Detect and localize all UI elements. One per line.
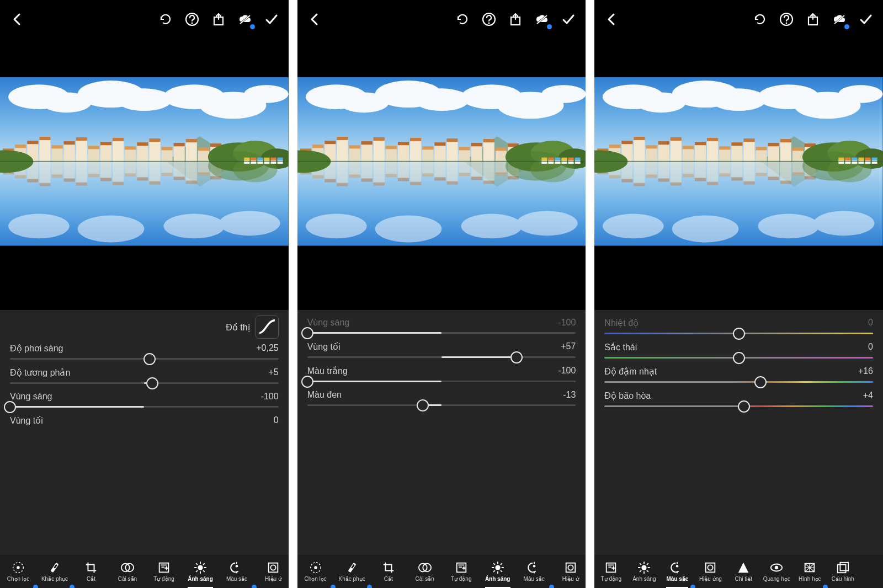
undo-icon[interactable]: [157, 11, 174, 28]
tab-optics[interactable]: Quang học: [760, 555, 793, 588]
tab-label: Chọn lọc: [7, 576, 29, 582]
slider-Vùng tối: Vùng tối 0: [10, 412, 279, 435]
undo-icon[interactable]: [752, 11, 768, 28]
svg-rect-46: [100, 142, 111, 145]
tab-presets[interactable]: Cài sẵn: [109, 555, 146, 588]
slider-thumb[interactable]: [301, 376, 313, 388]
slider-track[interactable]: [604, 381, 873, 383]
tab-detail[interactable]: Chi tiết: [727, 555, 760, 588]
svg-rect-143: [373, 137, 384, 141]
svg-rect-246: [658, 178, 669, 181]
slider-track[interactable]: [307, 404, 576, 406]
chevron-left-icon[interactable]: [603, 11, 620, 28]
tab-label: Màu sắc: [226, 576, 247, 582]
svg-rect-91: [244, 158, 249, 161]
tab-light[interactable]: Ánh sáng: [480, 555, 516, 588]
tab-crop[interactable]: Cắt: [73, 555, 109, 588]
slider-track[interactable]: [307, 381, 576, 382]
svg-rect-251: [683, 148, 694, 161]
cloud-sync-icon[interactable]: [237, 11, 253, 28]
svg-rect-53: [125, 149, 136, 161]
slider-track[interactable]: [10, 382, 279, 384]
tab-light[interactable]: Ánh sáng: [627, 555, 661, 588]
slider-label: Nhiệt độ: [604, 318, 639, 328]
svg-rect-265: [719, 162, 730, 174]
slider-value: -100: [558, 366, 576, 376]
help-circle-icon[interactable]: [481, 11, 497, 28]
check-icon[interactable]: [263, 11, 280, 28]
slider-thumb[interactable]: [510, 351, 523, 364]
svg-rect-268: [732, 142, 743, 146]
svg-point-221: [758, 213, 820, 238]
slider-track[interactable]: [604, 405, 873, 407]
undo-icon[interactable]: [454, 11, 471, 28]
cloud-sync-icon[interactable]: [534, 11, 550, 28]
photo-preview[interactable]: [594, 77, 883, 246]
tab-presets[interactable]: Cài sẵn: [407, 555, 443, 588]
slider-thumb[interactable]: [733, 328, 745, 340]
svg-rect-47: [100, 162, 111, 179]
tab-auto[interactable]: Tự động: [146, 555, 182, 588]
cloud-sync-icon[interactable]: [831, 11, 848, 28]
slider-thumb[interactable]: [146, 377, 158, 389]
svg-rect-157: [410, 181, 421, 185]
presets-icon: [121, 561, 134, 574]
help-circle-icon[interactable]: [778, 11, 795, 28]
svg-rect-150: [398, 145, 409, 162]
slider-label: Vùng sáng: [10, 392, 52, 402]
svg-rect-164: [434, 162, 445, 178]
tab-geometry[interactable]: Hình học: [793, 555, 826, 588]
tab-effects[interactable]: Hiệu ứng: [694, 555, 727, 588]
slider-track[interactable]: [10, 358, 279, 360]
tab-effects[interactable]: Hiệu ứ: [552, 555, 586, 588]
slider-track[interactable]: [604, 357, 873, 359]
help-circle-icon[interactable]: [184, 11, 200, 28]
selective-icon: [309, 561, 322, 574]
tab-crop[interactable]: Cắt: [370, 555, 407, 588]
tab-heal[interactable]: Khắc phục: [36, 555, 73, 588]
chevron-left-icon[interactable]: [9, 11, 25, 28]
check-icon[interactable]: [858, 11, 874, 28]
slider-thumb[interactable]: [733, 352, 745, 364]
photo-preview[interactable]: [297, 77, 586, 246]
tab-auto[interactable]: Tự động: [594, 555, 627, 588]
tab-color[interactable]: Màu sắc: [661, 555, 694, 588]
check-icon[interactable]: [560, 11, 577, 28]
svg-rect-174: [471, 146, 482, 162]
share-icon[interactable]: [805, 11, 821, 28]
tab-color[interactable]: Màu sắc: [516, 555, 552, 588]
slider-label: Độ bão hòa: [604, 391, 651, 401]
svg-rect-42: [88, 146, 99, 149]
slider-track[interactable]: [307, 332, 576, 334]
slider-thumb[interactable]: [301, 327, 313, 339]
tab-selective[interactable]: Chọn lọc: [297, 555, 334, 588]
tab-heal[interactable]: Khắc phục: [334, 555, 370, 588]
curve-button-label[interactable]: Đồ thị: [226, 322, 249, 333]
tab-color[interactable]: Màu sắc: [219, 555, 255, 588]
share-icon[interactable]: [210, 11, 227, 28]
tab-effects[interactable]: Hiệu ứ: [255, 555, 289, 588]
slider-thumb[interactable]: [754, 376, 767, 388]
slider-thumb[interactable]: [4, 401, 16, 413]
photo-preview[interactable]: [0, 77, 289, 246]
tab-auto[interactable]: Tự động: [443, 555, 480, 588]
tab-label: Tự động: [601, 576, 622, 582]
slider-track[interactable]: [10, 406, 279, 408]
tab-profiles[interactable]: Cấu hình: [826, 555, 859, 588]
slider-thumb[interactable]: [738, 400, 750, 413]
screen-light-panel-2: Vùng sáng -100 Vùng tối +57 Màu trắng -1…: [297, 0, 586, 588]
curve-button[interactable]: [256, 316, 279, 339]
slider-track[interactable]: [307, 356, 576, 358]
chevron-left-icon[interactable]: [306, 11, 323, 28]
svg-rect-78: [198, 147, 209, 151]
svg-point-12: [219, 211, 280, 236]
svg-point-215: [711, 88, 767, 111]
tab-light[interactable]: Ánh sáng: [182, 555, 219, 588]
slider-thumb[interactable]: [143, 353, 156, 365]
share-icon[interactable]: [507, 11, 524, 28]
slider-thumb[interactable]: [417, 399, 429, 411]
svg-rect-50: [113, 138, 124, 141]
slider-track[interactable]: [604, 333, 873, 334]
tab-selective[interactable]: Chọn lọc: [0, 555, 36, 588]
svg-rect-270: [732, 177, 743, 180]
